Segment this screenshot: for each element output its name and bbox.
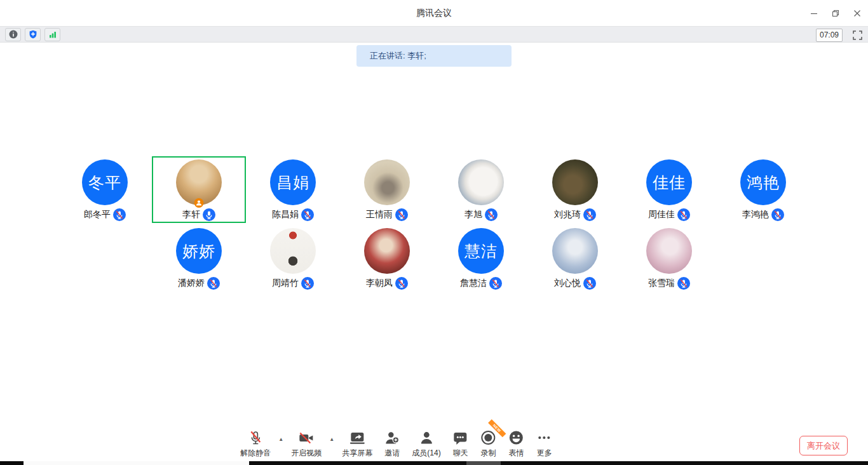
participant-avatar	[270, 228, 316, 274]
toolbar-label: 邀请	[384, 448, 400, 459]
mic-muted-badge	[583, 208, 596, 221]
shield-plus-icon	[29, 30, 37, 39]
start-video-button[interactable]: 开启视频	[291, 429, 322, 459]
record-button[interactable]: NEW 录制	[480, 429, 497, 459]
os-taskbar-edge	[0, 461, 868, 465]
members-button[interactable]: 成员(14)	[412, 429, 440, 459]
participant-avatar: 鸿艳	[740, 159, 786, 205]
restore-icon	[832, 10, 839, 17]
invite-button[interactable]: 邀请	[384, 429, 400, 459]
participant-name-row: 郎冬平	[84, 208, 126, 221]
emoji-icon	[508, 430, 525, 447]
participant-tile[interactable]: 刘心悦	[528, 225, 622, 292]
minimize-button[interactable]	[803, 0, 825, 26]
mic-muted-badge	[301, 208, 314, 221]
participant-name-row: 周靖竹	[272, 277, 314, 290]
fullscreen-icon	[853, 30, 862, 40]
members-icon	[418, 430, 435, 447]
security-button[interactable]	[25, 28, 41, 41]
meeting-toolbar: 解除静音 ▲ 开启视频 ▲ 共享屏幕	[234, 429, 558, 459]
participant-name: 李旭	[465, 209, 482, 220]
participant-name: 刘兆琦	[554, 209, 581, 220]
window-title: 腾讯会议	[0, 0, 868, 26]
mic-on-badge	[203, 208, 215, 221]
participant-name-row: 李轩	[182, 208, 215, 221]
chat-button[interactable]: 聊天	[452, 429, 469, 459]
participant-name: 李鸿艳	[742, 209, 769, 220]
participant-tile[interactable]: 昌娟 陈昌娟	[246, 156, 340, 223]
top-toolbar: 07:09	[0, 26, 868, 43]
record-icon	[480, 430, 497, 447]
participant-name: 李轩	[182, 209, 200, 220]
participant-tile[interactable]: 佳佳 周佳佳	[622, 156, 716, 223]
participant-tile[interactable]: 冬平 郎冬平	[58, 156, 152, 223]
audio-options-arrow[interactable]: ▲	[276, 431, 285, 459]
host-badge	[194, 198, 204, 208]
network-status-button[interactable]	[44, 28, 60, 41]
video-options-arrow[interactable]: ▲	[327, 431, 336, 459]
participant-avatar: 佳佳	[646, 159, 692, 205]
meeting-info-button[interactable]	[5, 28, 21, 41]
mic-muted-badge	[113, 208, 126, 221]
participant-name: 郎冬平	[84, 209, 111, 220]
speaking-banner: 正在讲话: 李轩;	[356, 45, 512, 67]
more-button[interactable]: 更多	[536, 429, 553, 459]
participant-name-row: 刘心悦	[554, 277, 596, 290]
more-icon	[536, 430, 553, 447]
participant-name-row: 刘兆琦	[554, 208, 596, 221]
participant-avatar	[458, 159, 504, 205]
mic-muted-badge	[207, 277, 220, 290]
participants-row-1: 冬平 郎冬平 李轩	[0, 156, 868, 223]
minimize-icon	[810, 10, 818, 17]
participant-name-row: 王情雨	[366, 208, 408, 221]
mic-muted-badge	[489, 277, 502, 290]
participant-tile[interactable]: 李轩	[152, 156, 246, 223]
participant-name-row: 周佳佳	[648, 208, 690, 221]
leave-meeting-button[interactable]: 离开会议	[799, 436, 848, 455]
participant-name: 张雪瑞	[648, 278, 675, 289]
toolbar-label: 解除静音	[240, 448, 271, 459]
restore-button[interactable]	[825, 0, 846, 26]
emoji-button[interactable]: 表情	[508, 429, 525, 459]
participant-avatar	[646, 228, 692, 274]
participant-name: 李朝凤	[366, 278, 393, 289]
participant-tile[interactable]: 张雪瑞	[622, 225, 716, 292]
participant-avatar: 慧洁	[458, 228, 504, 274]
participant-tile[interactable]: 王情雨	[340, 156, 434, 223]
participant-tile[interactable]: 慧洁 詹慧洁	[434, 225, 528, 292]
share-screen-button[interactable]: 共享屏幕	[342, 429, 372, 459]
network-signal-icon	[48, 30, 57, 39]
toolbar-label: 共享屏幕	[342, 448, 372, 459]
mic-muted-badge	[677, 277, 690, 290]
info-icon	[9, 30, 18, 39]
meeting-timer: 07:09	[816, 29, 843, 42]
unmute-button[interactable]: 解除静音	[240, 429, 271, 459]
mic-muted-badge	[677, 208, 690, 221]
participant-tile[interactable]: 周靖竹	[246, 225, 340, 292]
participant-avatar	[364, 228, 410, 274]
invite-icon	[384, 430, 400, 447]
participant-tile[interactable]: 李旭	[434, 156, 528, 223]
participant-name-row: 陈昌娟	[272, 208, 314, 221]
participant-name: 陈昌娟	[272, 209, 299, 220]
mic-muted-badge	[485, 208, 498, 221]
participant-tile[interactable]: 娇娇 潘娇娇	[152, 225, 246, 292]
participant-avatar: 昌娟	[270, 159, 316, 205]
participant-name-row: 张雪瑞	[648, 277, 690, 290]
close-button[interactable]	[846, 0, 868, 26]
mic-muted-icon	[247, 430, 264, 447]
share-screen-icon	[349, 430, 365, 447]
participant-avatar: 冬平	[82, 159, 128, 205]
mic-muted-badge	[301, 277, 314, 290]
window-controls	[803, 0, 868, 26]
participant-tile[interactable]: 李朝凤	[340, 225, 434, 292]
participant-tile[interactable]: 刘兆琦	[528, 156, 622, 223]
chat-icon	[452, 430, 469, 447]
participant-tile[interactable]: 鸿艳 李鸿艳	[716, 156, 810, 223]
participant-avatar: 娇娇	[176, 228, 222, 274]
participant-name-row: 詹慧洁	[460, 277, 502, 290]
mic-muted-badge	[395, 208, 408, 221]
fullscreen-button[interactable]	[851, 29, 863, 41]
mic-muted-badge	[583, 277, 596, 290]
participant-avatar	[552, 228, 598, 274]
